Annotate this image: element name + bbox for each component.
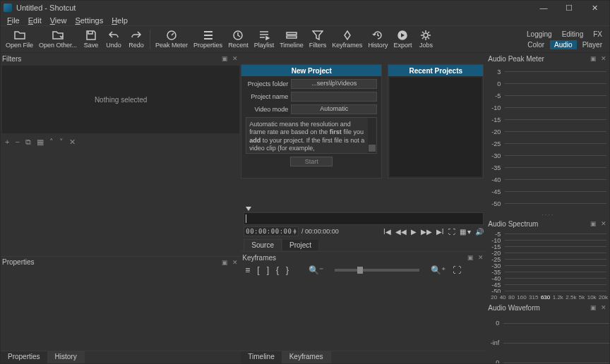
tab-properties-bottom[interactable]: Properties — [1, 351, 48, 363]
filter-add-button[interactable]: + — [5, 138, 9, 146]
window-close-button[interactable]: ✕ — [582, 1, 606, 14]
start-button[interactable]: Start — [290, 157, 333, 166]
kf-menu-button[interactable]: ≡ — [245, 265, 250, 275]
filters-undock-button[interactable]: ▣ — [220, 55, 229, 62]
kf-zoom-fit-button[interactable]: ⛶ — [453, 265, 461, 275]
peak-tick: 3 — [491, 66, 606, 78]
project-name-input[interactable] — [291, 92, 377, 102]
open-other-button[interactable]: Open Other... — [37, 28, 79, 51]
player-tab-source[interactable]: Source — [244, 239, 282, 251]
kf-zoom-out-button[interactable]: 🔍⁻ — [309, 265, 323, 275]
player-tab-project[interactable]: Project — [282, 239, 319, 251]
menu-help[interactable]: Help — [108, 16, 131, 25]
filter-move-down-button[interactable]: ˅ — [59, 138, 64, 147]
playlist-button[interactable]: Playlist — [252, 28, 277, 51]
spectrum-tick: -25 — [491, 256, 606, 262]
tab-player[interactable]: Player — [578, 40, 606, 49]
keyframes-undock-button[interactable]: ▣ — [466, 254, 475, 261]
peak-close-button[interactable]: ✕ — [599, 55, 608, 62]
undo-button[interactable]: Undo — [103, 28, 124, 51]
kf-bracket-close-1[interactable]: ] — [267, 265, 269, 275]
tab-history-bottom[interactable]: History — [48, 351, 85, 363]
volume-button[interactable]: 🔊 — [475, 228, 484, 236]
rewind-button[interactable]: ◀◀ — [395, 228, 407, 236]
jobs-button[interactable]: Jobs — [415, 28, 436, 51]
spectrum-axis-label: 20k — [599, 294, 608, 301]
peak-undock-button[interactable]: ▣ — [589, 55, 598, 62]
peak-tick: -25 — [491, 138, 606, 150]
new-project-title: New Project — [241, 65, 381, 76]
properties-button[interactable]: Properties — [191, 28, 225, 51]
spectrum-tick: -50 — [491, 288, 606, 293]
filter-remove-button[interactable]: − — [15, 138, 19, 146]
menu-file[interactable]: File — [4, 16, 23, 25]
play-button[interactable]: ▶ — [411, 228, 417, 236]
tab-keyframes-bottom[interactable]: Keyframes — [282, 351, 331, 363]
export-button[interactable]: Export — [391, 28, 414, 51]
timeline-button[interactable]: Timeline — [277, 28, 306, 51]
spectrum-tick: -30 — [491, 262, 606, 269]
keyframes-close-button[interactable]: ✕ — [477, 254, 485, 261]
peak-meter-button[interactable]: Peak Meter — [153, 28, 190, 51]
filter-move-up-button[interactable]: ˄ — [49, 138, 54, 147]
tab-audio[interactable]: Audio — [550, 40, 577, 49]
player-scrubber[interactable] — [244, 212, 484, 225]
kf-zoom-in-button[interactable]: 🔍⁺ — [431, 265, 445, 275]
save-button[interactable]: Save — [80, 28, 102, 51]
redo-button[interactable]: Redo — [126, 28, 147, 51]
spectrum-tick: -20 — [491, 250, 606, 256]
recent-button[interactable]: Recent — [226, 28, 251, 51]
kf-zoom-slider[interactable] — [335, 269, 419, 272]
projects-folder-button[interactable]: ...sers\lp\Videos — [291, 79, 377, 89]
menu-settings[interactable]: Settings — [71, 16, 107, 25]
filters-button[interactable]: Filters — [307, 28, 329, 51]
properties-undock-button[interactable]: ▣ — [220, 259, 229, 266]
tab-color[interactable]: Color — [523, 40, 549, 49]
skip-previous-button[interactable]: I◀ — [383, 228, 391, 236]
description-scrollbar[interactable] — [368, 118, 376, 153]
svg-rect-3 — [287, 36, 297, 38]
tab-fx[interactable]: FX — [589, 30, 606, 39]
redo-icon — [131, 30, 142, 41]
zoom-fit-button[interactable]: ⛶ — [448, 228, 455, 236]
open-file-icon — [14, 30, 25, 41]
menu-view[interactable]: View — [47, 16, 71, 25]
keyframes-panel-header: Keyframes ▣ ✕ — [241, 252, 486, 263]
peak-meter-scale: 30-5-10-15-20-25-30-35-40-45-50 — [486, 64, 609, 211]
playhead-marker-icon[interactable] — [246, 207, 251, 211]
timecode-current[interactable]: 00:00:00:00▲▼ — [244, 226, 299, 236]
properties-close-button[interactable]: ✕ — [231, 259, 239, 266]
filter-paste-button[interactable]: ▦ — [37, 138, 44, 147]
tab-editing[interactable]: Editing — [558, 30, 588, 39]
video-mode-description: Automatic means the resolution and frame… — [246, 117, 377, 154]
filter-copy-button[interactable]: ⧉ — [25, 138, 31, 147]
peak-resize-handle[interactable]: ···· — [486, 211, 609, 218]
fast-forward-button[interactable]: ▶▶ — [421, 228, 432, 236]
grid-button[interactable]: ▦ ▾ — [460, 228, 472, 236]
kf-brace-open[interactable]: { — [276, 265, 279, 275]
filter-deselect-button[interactable]: ✕ — [69, 138, 76, 147]
kf-bracket-open-1[interactable]: [ — [257, 265, 259, 275]
layout-tabs-row2: Color Audio Player — [523, 40, 606, 49]
spectrum-axis-label: 315 — [529, 294, 538, 301]
spectrum-undock-button[interactable]: ▣ — [589, 220, 598, 227]
spectrum-tick: -10 — [491, 237, 606, 243]
tab-logging[interactable]: Logging — [522, 30, 556, 39]
app-logo-icon — [4, 4, 12, 12]
history-button[interactable]: History — [366, 28, 390, 51]
menu-edit[interactable]: Edit — [25, 16, 45, 25]
filters-close-button[interactable]: ✕ — [231, 55, 239, 62]
keyframes-button[interactable]: Keyframes — [330, 28, 364, 51]
video-mode-select[interactable]: Automatic — [291, 104, 377, 114]
kf-brace-close[interactable]: } — [286, 265, 289, 275]
open-file-button[interactable]: Open File — [4, 28, 35, 51]
waveform-undock-button[interactable]: ▣ — [589, 304, 598, 311]
waveform-scale: 0-inf0-inf — [486, 313, 609, 364]
spectrum-close-button[interactable]: ✕ — [599, 220, 608, 227]
window-maximize-button[interactable]: ☐ — [557, 1, 581, 14]
skip-next-button[interactable]: ▶I — [436, 228, 444, 236]
waveform-close-button[interactable]: ✕ — [599, 304, 608, 311]
peak-tick: 0 — [491, 78, 606, 90]
tab-timeline-bottom[interactable]: Timeline — [241, 351, 282, 363]
window-minimize-button[interactable]: — — [532, 1, 556, 14]
